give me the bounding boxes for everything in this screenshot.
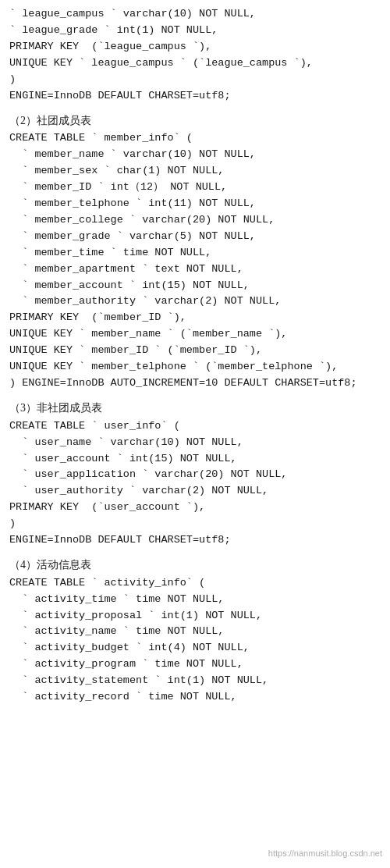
watermark: https://nanmusit.blog.csdn.net [268, 847, 382, 860]
top-fragment: ` league_campus ` varchar(10) NOT NULL, … [9, 6, 381, 105]
section-2-title: （2）社团成员表 [9, 112, 381, 130]
section-4-code: CREATE TABLE ` activity_info` ( ` activi… [9, 575, 381, 706]
top-code: ` league_campus ` varchar(10) NOT NULL, … [9, 6, 381, 105]
section-2: （2）社团成员表 CREATE TABLE ` member_info` ( `… [9, 112, 381, 392]
section-4-title: （4）活动信息表 [9, 557, 381, 574]
section-4: （4）活动信息表 CREATE TABLE ` activity_info` (… [9, 557, 381, 706]
section-3-code: CREATE TABLE ` user_info` ( ` user_name … [9, 418, 381, 549]
section-3-title: （3）非社团成员表 [9, 400, 381, 417]
section-2-code: CREATE TABLE ` member_info` ( ` member_n… [9, 130, 381, 392]
section-3: （3）非社团成员表 CREATE TABLE ` user_info` ( ` … [9, 400, 381, 549]
page-content: ` league_campus ` varchar(10) NOT NULL, … [9, 6, 381, 706]
